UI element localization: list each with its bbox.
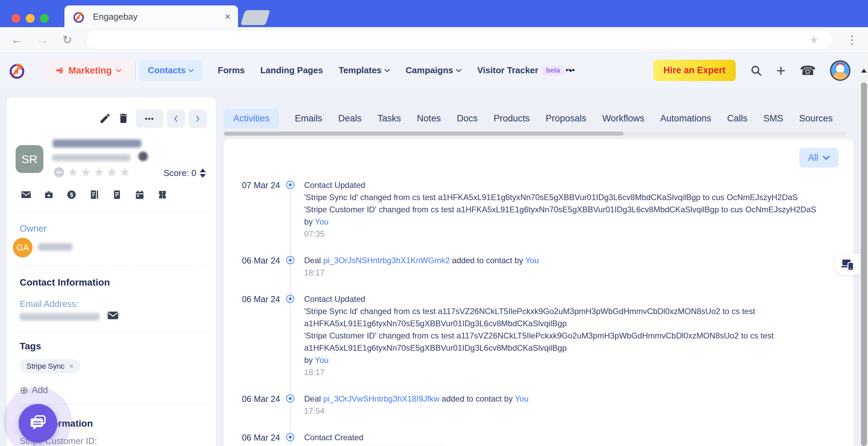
scrollbar-thumb[interactable] bbox=[224, 132, 624, 136]
divider bbox=[135, 61, 136, 80]
tab-automations[interactable]: Automations bbox=[660, 113, 711, 124]
tab-emails[interactable]: Emails bbox=[295, 113, 322, 124]
previous-contact-button[interactable] bbox=[167, 110, 185, 128]
delete-trash-icon[interactable] bbox=[117, 112, 130, 124]
send-email-icon[interactable] bbox=[107, 310, 119, 321]
quick-add-button[interactable]: + bbox=[776, 63, 786, 78]
contact-name-redacted bbox=[53, 139, 141, 148]
tab-title: Engagebay bbox=[93, 12, 224, 22]
ticket-icon[interactable] bbox=[157, 190, 167, 200]
search-button[interactable] bbox=[750, 64, 762, 77]
activity-date: 07 Mar 24 bbox=[237, 179, 280, 240]
module-switcher-marketing[interactable]: Marketing bbox=[45, 59, 132, 82]
tabs-horizontal-scrollbar[interactable] bbox=[224, 132, 846, 136]
radio-marker-icon bbox=[286, 181, 294, 189]
score-down-icon[interactable] bbox=[200, 174, 206, 178]
clear-rating-icon[interactable] bbox=[54, 167, 64, 177]
nav-item-landing-pages[interactable]: Landing Pages bbox=[260, 65, 323, 76]
browser-toolbar: ← → ↻ ★ ⋮ bbox=[0, 27, 868, 53]
nav-item-campaigns[interactable]: Campaigns bbox=[406, 65, 461, 76]
nav-item-templates[interactable]: Templates bbox=[339, 65, 390, 76]
scroll-up-icon[interactable] bbox=[861, 69, 867, 73]
user-link[interactable]: You bbox=[315, 217, 329, 226]
activity-filter-dropdown[interactable]: All bbox=[799, 148, 839, 168]
briefcase-add-icon[interactable] bbox=[44, 190, 54, 200]
activity-detail-line: 'Stripe Customer ID' changed from cs tes… bbox=[304, 330, 833, 354]
nav-item-visitor-tracker[interactable]: Visitor Trackerbeta bbox=[477, 65, 573, 76]
user-link[interactable]: You bbox=[315, 355, 329, 365]
nav-item-contacts[interactable]: Contacts bbox=[140, 60, 202, 81]
address-bar[interactable]: ★ bbox=[86, 30, 833, 50]
score-stepper[interactable] bbox=[200, 169, 206, 178]
chat-widget-button[interactable] bbox=[19, 404, 57, 443]
chevron-down-icon bbox=[116, 69, 121, 72]
timeline-marker bbox=[280, 179, 300, 240]
hire-an-expert-button[interactable]: Hire an Expert bbox=[653, 60, 736, 81]
maximize-window-button[interactable] bbox=[40, 14, 49, 23]
minimize-window-button[interactable] bbox=[26, 14, 35, 23]
tag-label: Stripe Sync bbox=[26, 362, 65, 371]
activity-text: added to contact by bbox=[450, 256, 525, 265]
device-sync-fab[interactable] bbox=[834, 254, 861, 275]
search-icon bbox=[750, 64, 762, 77]
rating-stars-icon[interactable]: ★★★★★ bbox=[67, 167, 132, 177]
activity-date: 06 Mar 24 bbox=[237, 293, 280, 379]
tags-heading: Tags bbox=[20, 341, 41, 352]
tab-workflows[interactable]: Workflows bbox=[602, 113, 644, 124]
call-icon[interactable]: ☎ bbox=[800, 64, 816, 77]
back-icon[interactable]: ← bbox=[11, 33, 23, 47]
beta-badge: beta bbox=[541, 65, 565, 76]
activity-link[interactable]: You bbox=[515, 394, 529, 403]
new-tab-stub[interactable] bbox=[240, 10, 270, 25]
scrollbar-thumb[interactable] bbox=[861, 82, 867, 446]
quick-action-icons: $ bbox=[21, 190, 167, 200]
invoice-icon[interactable] bbox=[89, 190, 99, 200]
remove-tag-icon[interactable]: × bbox=[70, 362, 74, 371]
tab-sources[interactable]: Sources bbox=[799, 113, 833, 124]
tab-sms[interactable]: SMS bbox=[763, 113, 783, 124]
engagebay-logo-icon[interactable] bbox=[7, 61, 26, 80]
tab-deals[interactable]: Deals bbox=[338, 113, 362, 124]
nav-item-label: Contacts bbox=[148, 65, 185, 76]
browser-tab[interactable]: Engagebay × bbox=[64, 5, 238, 28]
close-window-button[interactable] bbox=[12, 14, 20, 23]
activity-by-row: by You bbox=[304, 216, 833, 228]
contact-more-button[interactable]: ••• bbox=[136, 110, 163, 128]
activity-time: 07:35 bbox=[304, 228, 833, 240]
tab-activities[interactable]: Activities bbox=[224, 109, 279, 129]
browser-title-bar: Engagebay × bbox=[0, 0, 868, 27]
tab-docs[interactable]: Docs bbox=[457, 113, 478, 124]
activity-detail-line: 'Stripe Customer ID' changed from cs tes… bbox=[304, 203, 833, 216]
tab-tasks[interactable]: Tasks bbox=[378, 113, 401, 124]
module-label: Marketing bbox=[68, 65, 112, 76]
activity-link[interactable]: You bbox=[525, 256, 539, 265]
nav-item-forms[interactable]: Forms bbox=[218, 65, 244, 76]
page-vertical-scrollbar[interactable] bbox=[860, 53, 868, 446]
star-rating[interactable]: ★★★★★ bbox=[54, 167, 132, 177]
contact-detail-tabs: ActivitiesEmailsDealsTasksNotesDocsProdu… bbox=[224, 108, 833, 129]
refresh-icon[interactable]: ↻ bbox=[62, 33, 72, 46]
nav-more-icon[interactable]: ••• bbox=[566, 66, 575, 75]
score-up-icon[interactable] bbox=[200, 169, 206, 172]
edit-pencil-icon[interactable] bbox=[99, 112, 111, 124]
filter-label: All bbox=[808, 153, 818, 163]
next-contact-button[interactable] bbox=[189, 110, 207, 128]
user-avatar[interactable] bbox=[830, 60, 850, 81]
note-icon[interactable] bbox=[112, 190, 122, 200]
tab-notes[interactable]: Notes bbox=[417, 113, 441, 124]
tab-products[interactable]: Products bbox=[494, 113, 530, 124]
tab-calls[interactable]: Calls bbox=[727, 113, 747, 124]
nav-item-label: Landing Pages bbox=[260, 65, 323, 76]
activity-content: Deal pi_3OrJsNSHntrbg3hX1KnWGmk2 added t… bbox=[300, 254, 833, 279]
activity-link[interactable]: pi_3OrJVwSHntrbg3hX18I9Jfkw bbox=[323, 394, 439, 403]
bookmark-star-icon[interactable]: ★ bbox=[809, 33, 819, 46]
browser-menu-icon[interactable]: ⋮ bbox=[846, 33, 858, 46]
close-tab-icon[interactable]: × bbox=[224, 11, 231, 22]
tab-proposals[interactable]: Proposals bbox=[546, 113, 586, 124]
activity-link[interactable]: pi_3OrJsNSHntrbg3hX1KnWGmk2 bbox=[323, 256, 450, 265]
deal-dollar-icon[interactable]: $ bbox=[66, 190, 77, 200]
calendar-icon[interactable] bbox=[135, 190, 145, 200]
email-icon[interactable] bbox=[21, 190, 31, 200]
tag-stripe-sync[interactable]: Stripe Sync × bbox=[20, 359, 80, 373]
radio-marker-icon bbox=[286, 394, 294, 403]
